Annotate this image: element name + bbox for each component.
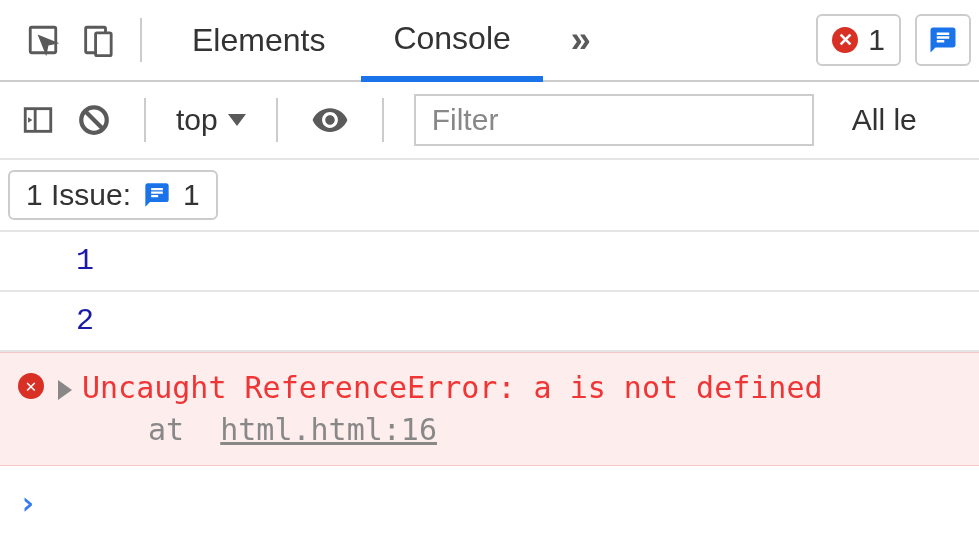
issues-bar: 1 Issue: 1 <box>0 160 979 232</box>
console-prompt[interactable]: › <box>0 466 979 522</box>
toolbar-divider <box>276 98 278 142</box>
chat-icon <box>143 181 171 209</box>
clear-console-icon[interactable] <box>74 95 114 145</box>
log-line: 2 <box>0 292 979 352</box>
chevron-down-icon <box>228 114 246 126</box>
svg-rect-2 <box>96 33 112 56</box>
more-tabs-icon[interactable]: » <box>547 19 617 61</box>
console-sidebar-toggle-icon[interactable] <box>18 95 58 145</box>
inspect-element-icon[interactable] <box>18 15 68 65</box>
toolbar-divider <box>382 98 384 142</box>
device-toggle-icon[interactable] <box>72 15 122 65</box>
error-count-badge[interactable]: ✕ 1 <box>816 14 901 66</box>
tab-elements[interactable]: Elements <box>160 0 357 81</box>
context-selector[interactable]: top <box>176 103 246 137</box>
stack-link[interactable]: html.html:16 <box>220 412 437 447</box>
expand-caret-icon[interactable] <box>58 380 72 400</box>
error-icon: ✕ <box>832 27 858 53</box>
log-level-selector[interactable]: All le <box>852 103 917 137</box>
console-toolbar: top All le <box>0 82 979 160</box>
stack-at: at <box>148 412 184 447</box>
issues-label: 1 Issue: <box>26 178 131 212</box>
toolbar-divider <box>140 18 142 62</box>
issues-count: 1 <box>183 178 200 212</box>
context-label: top <box>176 103 218 137</box>
error-text: Uncaught ReferenceError: a is not define… <box>82 370 823 405</box>
console-output: 1 2 ✕ Uncaught ReferenceError: a is not … <box>0 232 979 522</box>
error-count: 1 <box>868 23 885 57</box>
error-icon: ✕ <box>18 373 44 399</box>
toolbar-divider <box>144 98 146 142</box>
tab-console[interactable]: Console <box>361 0 542 82</box>
issues-badge[interactable]: 1 Issue: 1 <box>8 170 218 220</box>
live-expression-icon[interactable] <box>308 95 352 145</box>
log-line: 1 <box>0 232 979 292</box>
issues-chat-button[interactable] <box>915 14 971 66</box>
error-message-row: ✕ Uncaught ReferenceError: a is not defi… <box>0 352 979 466</box>
filter-input[interactable] <box>414 94 814 146</box>
svg-line-6 <box>86 112 103 129</box>
main-toolbar: Elements Console » ✕ 1 <box>0 0 979 82</box>
